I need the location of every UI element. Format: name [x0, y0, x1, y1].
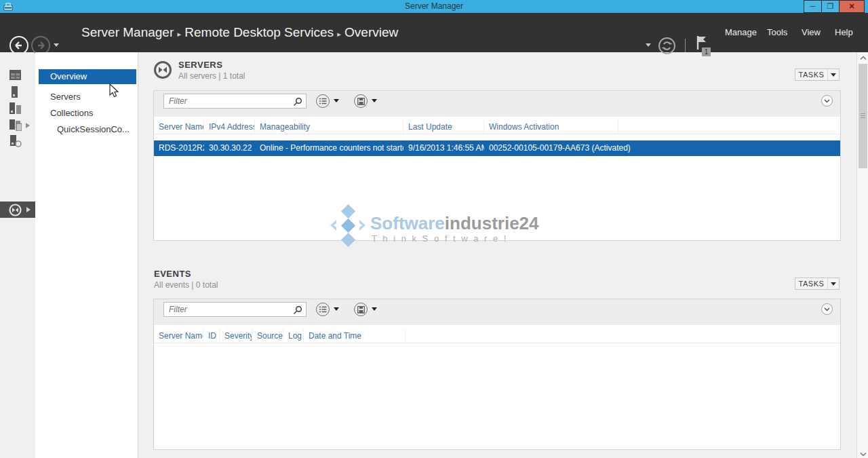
- refresh-icon: [660, 39, 674, 53]
- events-filter-box: [163, 302, 307, 317]
- sidebar-item-label: Servers: [50, 92, 81, 102]
- chevron-down-icon: [824, 99, 830, 103]
- servers-table-header: Server Name IPv4 Address Manageability L…: [154, 120, 840, 134]
- sidebar-item-collections[interactable]: Collections: [39, 106, 136, 121]
- column-header-server-name[interactable]: Server Name: [154, 329, 203, 343]
- nav-divider: [685, 39, 686, 52]
- save-query-button[interactable]: [354, 303, 368, 316]
- scrollbar-thumb[interactable]: [859, 64, 867, 168]
- column-header-server-name[interactable]: Server Name: [154, 120, 204, 134]
- column-label: Severity: [224, 331, 252, 341]
- menu-view[interactable]: View: [802, 13, 821, 52]
- query-list-button[interactable]: [316, 303, 330, 316]
- sidebar-item-servers[interactable]: Servers: [39, 90, 136, 104]
- sidebar-item-label: Overview: [50, 71, 87, 81]
- save-query-button[interactable]: [354, 94, 368, 108]
- expand-rds-icon[interactable]: [26, 207, 31, 212]
- navigation-bar: Server Manager ▸ Remote Desktop Services…: [0, 13, 868, 52]
- notification-count-badge[interactable]: 1: [702, 47, 711, 56]
- cell-windows-activation: 00252-00105-00179-AA673 (Activated): [484, 140, 840, 156]
- tasks-caret-icon: [827, 278, 839, 289]
- cell-last-update: 9/16/2013 1:46:55 AM: [403, 140, 484, 156]
- column-label: Server Name: [159, 331, 203, 341]
- softwareindustrie24-logo-icon: [327, 204, 369, 248]
- minimize-button[interactable]: ─: [804, 0, 822, 13]
- server-table-row[interactable]: RDS-2012R2 30.30.30.22 Online - Performa…: [154, 140, 840, 156]
- restore-button[interactable]: ❐: [821, 0, 840, 13]
- refresh-dropdown-caret[interactable]: [646, 43, 651, 47]
- column-label: ID: [208, 331, 216, 341]
- breadcrumb-section[interactable]: Remote Desktop Services: [184, 25, 334, 39]
- cell-server-name: RDS-2012R2: [154, 140, 204, 156]
- tasks-button-label: TASKS: [795, 71, 827, 79]
- menu-help[interactable]: Help: [835, 13, 853, 52]
- column-label: Date and Time: [309, 331, 361, 341]
- column-header-windows-activation[interactable]: Windows Activation: [484, 120, 618, 134]
- servers-section-icon: [153, 60, 172, 79]
- watermark: Softwareindustrie24 T h i n k S o f t w …: [327, 204, 551, 251]
- events-tile: Server Name ID Severity Source Log Date …: [153, 299, 841, 450]
- column-header-last-update[interactable]: Last Update: [403, 120, 484, 134]
- servers-collapse-button[interactable]: [821, 95, 833, 107]
- column-header-manageability[interactable]: Manageability: [255, 120, 403, 134]
- query-list-button[interactable]: [316, 94, 330, 108]
- column-label: IPv4 Address: [209, 122, 255, 132]
- breadcrumb-root[interactable]: Server Manager: [81, 25, 174, 39]
- sidebar-item-remote-desktop-services[interactable]: [0, 202, 35, 218]
- events-collapse-button[interactable]: [821, 303, 833, 315]
- column-header-spacer: [406, 329, 840, 343]
- refresh-button[interactable]: [658, 37, 675, 54]
- column-header-date-and-time[interactable]: Date and Time: [304, 329, 406, 343]
- scroll-up-icon[interactable]: [860, 56, 867, 60]
- breadcrumb-page[interactable]: Overview: [344, 25, 398, 39]
- close-button[interactable]: ✕: [839, 0, 865, 13]
- servers-filter-input[interactable]: [164, 94, 306, 108]
- watermark-brand: Softwareindustrie24: [370, 213, 539, 234]
- all-servers-icon[interactable]: [9, 102, 21, 114]
- sidebar-item-label: QuickSessionCo...: [57, 124, 130, 134]
- events-filter-input[interactable]: [164, 303, 306, 316]
- server-roles-icon[interactable]: [9, 135, 22, 147]
- query-list-caret-icon[interactable]: [334, 99, 339, 102]
- history-dropdown-caret[interactable]: [54, 43, 59, 47]
- list-icon: [319, 98, 327, 104]
- cell-ipv4: 30.30.30.22: [204, 140, 255, 156]
- sidebar-item-overview[interactable]: Overview: [39, 69, 136, 84]
- remote-desktop-services-icon: [9, 204, 22, 216]
- dashboard-icon[interactable]: [9, 70, 21, 80]
- breadcrumb: Server Manager ▸ Remote Desktop Services…: [81, 13, 398, 52]
- query-list-caret-icon[interactable]: [334, 307, 339, 311]
- search-icon[interactable]: [293, 305, 302, 315]
- column-header-source[interactable]: Source: [252, 329, 283, 343]
- column-header-severity[interactable]: Severity: [220, 329, 252, 343]
- breadcrumb-separator-icon: ▸: [337, 30, 341, 38]
- column-header-log[interactable]: Log: [283, 329, 304, 343]
- save-icon: [357, 98, 365, 105]
- scroll-down-icon[interactable]: [860, 452, 867, 457]
- save-query-caret-icon[interactable]: [372, 99, 377, 102]
- file-storage-services-icon[interactable]: [9, 119, 22, 131]
- menu-manage[interactable]: Manage: [725, 13, 757, 52]
- column-label: Source: [257, 331, 283, 341]
- column-label: Manageability: [260, 122, 310, 132]
- forward-arrow-icon: [33, 37, 49, 54]
- window-title: Server Manager: [0, 0, 868, 13]
- events-section-title: EVENTS: [154, 269, 191, 279]
- column-header-ipv4[interactable]: IPv4 Address: [204, 120, 255, 134]
- events-tasks-button[interactable]: TASKS: [795, 278, 840, 290]
- sidebar-item-quicksession[interactable]: QuickSessionCo...: [39, 122, 136, 137]
- rds-nav-panel: Overview Servers Collections QuickSessio…: [35, 52, 138, 458]
- local-server-icon[interactable]: [12, 86, 18, 98]
- watermark-brand-gray: industrie24: [445, 213, 539, 233]
- servers-section-title: SERVERS: [178, 60, 222, 70]
- save-query-caret-icon[interactable]: [372, 307, 377, 311]
- menu-tools[interactable]: Tools: [767, 13, 787, 52]
- expand-file-storage-icon[interactable]: [26, 123, 30, 128]
- vertical-scrollbar[interactable]: [856, 52, 868, 458]
- column-header-spacer: [618, 120, 840, 134]
- search-icon[interactable]: [293, 97, 302, 107]
- column-header-id[interactable]: ID: [203, 329, 220, 343]
- servers-tasks-button[interactable]: TASKS: [795, 69, 840, 81]
- events-toolbar: [154, 299, 840, 325]
- servers-section-subtitle: All servers | 1 total: [178, 71, 245, 81]
